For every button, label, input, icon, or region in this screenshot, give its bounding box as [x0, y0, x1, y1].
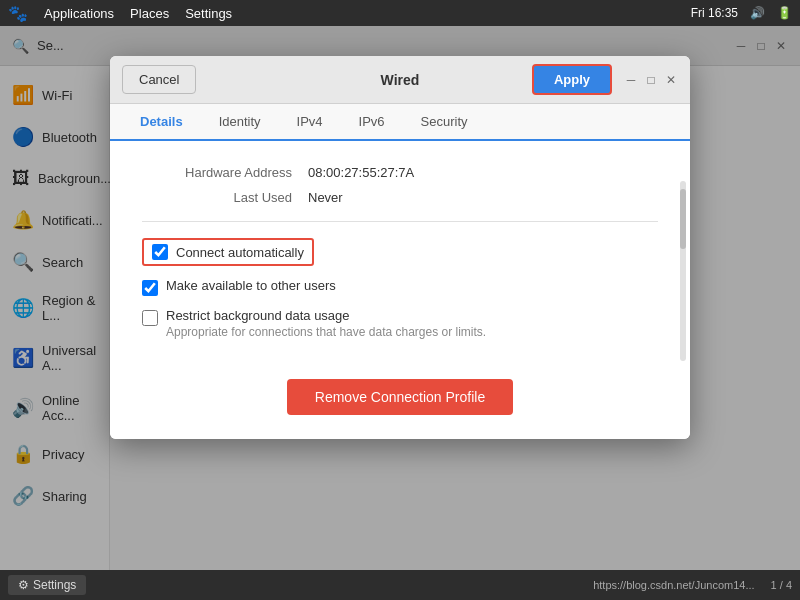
make-available-text: Make available to other users	[166, 278, 336, 293]
volume-icon: 🔊	[750, 6, 765, 20]
dialog-titlebar: Cancel Wired Apply ─ □ ✕	[110, 56, 690, 104]
scrollbar-track	[680, 181, 686, 361]
apply-button[interactable]: Apply	[532, 64, 612, 95]
top-menu-bar: 🐾 Applications Places Settings Fri 16:35…	[0, 0, 800, 26]
taskbar-settings-icon: ⚙	[18, 578, 29, 592]
connect-auto-checkbox[interactable]	[152, 244, 168, 260]
last-used-value: Never	[308, 190, 343, 205]
dialog-close-button[interactable]: ✕	[664, 73, 678, 87]
restrict-bg-row: Restrict background data usage Appropria…	[142, 308, 658, 339]
restrict-bg-checkbox[interactable]	[142, 310, 158, 326]
dialog-maximize-button[interactable]: □	[644, 73, 658, 87]
restrict-bg-label: Restrict background data usage	[166, 308, 486, 323]
make-available-checkbox[interactable]	[142, 280, 158, 296]
hardware-address-value: 08:00:27:55:27:7A	[308, 165, 414, 180]
last-used-label: Last Used	[142, 190, 292, 205]
taskbar-settings-item[interactable]: ⚙ Settings	[8, 575, 86, 595]
tab-ipv4[interactable]: IPv4	[279, 104, 341, 141]
dialog-overlay: Cancel Wired Apply ─ □ ✕ Details Identit…	[0, 26, 800, 600]
system-time: Fri 16:35	[691, 6, 738, 20]
os-logo: 🐾	[8, 4, 28, 23]
battery-icon: 🔋	[777, 6, 792, 20]
tab-bar: Details Identity IPv4 IPv6 Security	[110, 104, 690, 141]
make-available-label: Make available to other users	[166, 278, 336, 293]
tab-ipv6[interactable]: IPv6	[341, 104, 403, 141]
hardware-address-row: Hardware Address 08:00:27:55:27:7A	[142, 165, 658, 180]
scrollbar-thumb[interactable]	[680, 189, 686, 249]
menu-applications[interactable]: Applications	[44, 6, 114, 21]
dialog-minimize-button[interactable]: ─	[624, 73, 638, 87]
connect-auto-label[interactable]: Connect automatically	[176, 245, 304, 260]
last-used-row: Last Used Never	[142, 190, 658, 205]
taskbar-settings-label: Settings	[33, 578, 76, 592]
taskbar: ⚙ Settings https://blog.csdn.net/Juncom1…	[0, 570, 800, 600]
restrict-bg-text: Restrict background data usage Appropria…	[166, 308, 486, 339]
top-menu-right: Fri 16:35 🔊 🔋	[691, 6, 792, 20]
cancel-button[interactable]: Cancel	[122, 65, 196, 94]
wired-dialog: Cancel Wired Apply ─ □ ✕ Details Identit…	[110, 56, 690, 439]
tab-identity[interactable]: Identity	[201, 104, 279, 141]
dialog-title: Wired	[381, 72, 420, 88]
top-menu-left: 🐾 Applications Places Settings	[8, 4, 232, 23]
dialog-content: Hardware Address 08:00:27:55:27:7A Last …	[110, 141, 690, 439]
remove-connection-button[interactable]: Remove Connection Profile	[287, 379, 513, 415]
restrict-bg-sublabel: Appropriate for connections that have da…	[166, 325, 486, 339]
connect-auto-box: Connect automatically	[142, 238, 314, 266]
hardware-address-label: Hardware Address	[142, 165, 292, 180]
menu-settings[interactable]: Settings	[185, 6, 232, 21]
tab-details[interactable]: Details	[122, 104, 201, 141]
tab-security[interactable]: Security	[403, 104, 486, 141]
menu-places[interactable]: Places	[130, 6, 169, 21]
taskbar-url: https://blog.csdn.net/Juncom14...	[593, 579, 754, 591]
divider	[142, 221, 658, 222]
dialog-win-buttons: ─ □ ✕	[624, 73, 678, 87]
taskbar-page: 1 / 4	[771, 579, 792, 591]
make-available-row: Make available to other users	[142, 278, 658, 296]
